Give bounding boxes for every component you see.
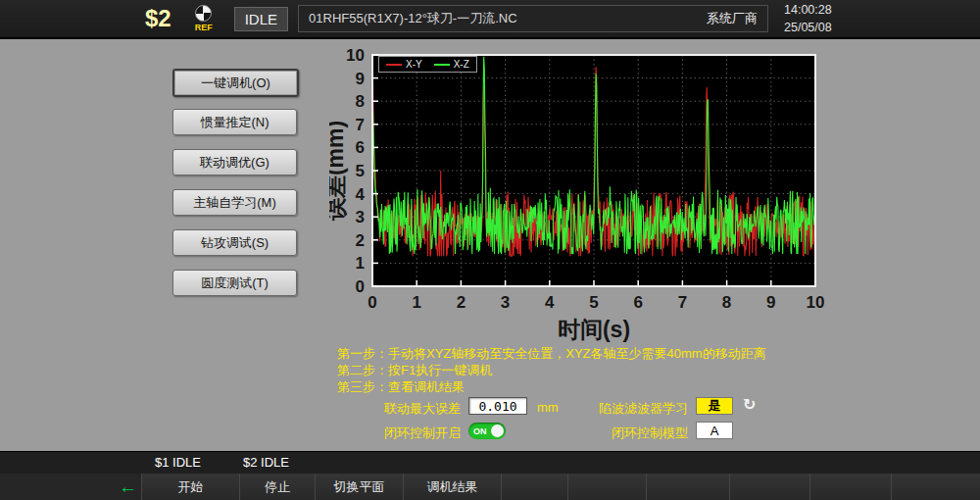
sidebar-button-6[interactable]: 圆度测试(T) — [172, 270, 297, 296]
green-arrow-icon: ← — [119, 477, 137, 496]
svg-text:7: 7 — [356, 116, 365, 134]
toggle-on-label: ON — [473, 426, 487, 436]
closed-loop-enable-label: 闭环控制开启 — [337, 425, 461, 442]
svg-text:0: 0 — [356, 277, 365, 296]
tuning-chart: 012345678910012345678910时间(s)误差(mm) X-YX… — [329, 47, 839, 343]
fkey-2[interactable]: 停止 — [240, 474, 316, 500]
svg-text:8: 8 — [356, 92, 365, 111]
fkey-8 — [730, 474, 810, 500]
svg-text:4: 4 — [356, 185, 366, 204]
program-name: 01RHF55(R1X7)-12°球刀-一刀流.NC — [309, 10, 517, 27]
status-bar: $1 IDLE $2 IDLE — [0, 451, 980, 474]
instruction-step: 第一步：手动将XYZ轴移动至安全位置，XYZ各轴至少需要40mm的移动距离 — [337, 345, 766, 362]
notch-filter-value[interactable]: 是 — [696, 397, 733, 415]
sidebar-button-2[interactable]: 惯量推定(N) — [172, 109, 297, 135]
svg-text:10: 10 — [346, 47, 365, 65]
instruction-step: 第二步：按F1执行一键调机 — [337, 362, 766, 378]
instruction-step: 第三步：查看调机结果 — [337, 378, 766, 395]
svg-text:3: 3 — [501, 293, 510, 312]
svg-text:误差(mm): 误差(mm) — [329, 121, 348, 222]
svg-text:5: 5 — [589, 293, 598, 312]
fkey-10 — [892, 474, 980, 500]
clock: 14:00:28 25/05/08 — [768, 1, 980, 36]
instruction-steps: 第一步：手动将XYZ轴移动至安全位置，XYZ各轴至少需要40mm的移动距离第二步… — [337, 345, 766, 395]
fkey-arrow-cell: ← — [0, 474, 142, 500]
sidebar-button-5[interactable]: 钻攻调试(S) — [172, 229, 297, 256]
channel-indicator: $2 — [145, 5, 172, 32]
svg-text:8: 8 — [722, 293, 731, 312]
svg-text:2: 2 — [457, 293, 466, 312]
svg-text:10: 10 — [807, 293, 825, 312]
closed-loop-model-label: 闭环控制模型 — [561, 425, 688, 442]
topbar: $2 REF IDLE 01RHF55(R1X7)-12°球刀-一刀流.NC 系… — [0, 0, 980, 39]
vendor-label: 系统厂商 — [707, 10, 758, 27]
sidebar-menu: 一键调机(O)惯量推定(N)联动调优(G)主轴自学习(M)钻攻调试(S)圆度测试… — [0, 39, 314, 451]
mode-badge: IDLE — [234, 7, 288, 31]
toggle-knob — [491, 425, 504, 437]
svg-text:6: 6 — [356, 138, 365, 157]
fkey-4[interactable]: 调机结果 — [404, 474, 502, 500]
fkey-5 — [502, 474, 568, 500]
chart-legend: X-YX-Z — [378, 56, 477, 73]
svg-text:0: 0 — [368, 293, 376, 312]
svg-text:4: 4 — [545, 293, 555, 312]
program-title-bar: 01RHF55(R1X7)-12°球刀-一刀流.NC 系统厂商 — [298, 5, 768, 32]
main-area: 一键调机(O)惯量推定(N)联动调优(G)主轴自学习(M)钻攻调试(S)圆度测试… — [0, 39, 980, 451]
svg-text:5: 5 — [356, 162, 365, 180]
cycle-icon[interactable]: ↻ — [743, 395, 756, 414]
max-error-unit: mm — [537, 400, 559, 415]
fkey-9 — [810, 474, 892, 500]
legend-item: X-Z — [434, 59, 469, 70]
sidebar-button-4[interactable]: 主轴自学习(M) — [172, 189, 297, 216]
svg-text:6: 6 — [633, 293, 642, 312]
content-panel: 012345678910012345678910时间(s)误差(mm) X-YX… — [314, 39, 980, 451]
svg-text:2: 2 — [356, 231, 365, 250]
fkey-3[interactable]: 切换平面 — [316, 474, 404, 500]
channel2-status: $2 IDLE — [243, 455, 289, 470]
svg-text:7: 7 — [678, 293, 687, 312]
fkeys: ← 开始停止切换平面调机结果 — [0, 474, 980, 500]
svg-text:9: 9 — [356, 70, 365, 88]
fkey-1[interactable]: 开始 — [142, 474, 240, 500]
clock-time: 14:00:28 — [784, 1, 980, 19]
closed-loop-enable-toggle[interactable]: ON — [468, 423, 506, 439]
ref-indicator: REF — [187, 5, 220, 32]
chart-svg: 012345678910012345678910时间(s)误差(mm) — [329, 47, 839, 343]
channel1-status: $1 IDLE — [155, 455, 201, 470]
sidebar-button-3[interactable]: 联动调优(G) — [172, 149, 297, 175]
legend-item: X-Y — [386, 59, 422, 70]
max-error-input[interactable] — [468, 397, 527, 415]
svg-text:9: 9 — [766, 293, 775, 312]
notch-filter-label: 陷波滤波器学习 — [561, 400, 688, 418]
max-error-label: 联动最大误差 — [337, 400, 461, 418]
svg-text:1: 1 — [356, 254, 365, 273]
ref-icon — [195, 5, 212, 22]
ref-label: REF — [187, 23, 220, 32]
sidebar-button-1[interactable]: 一键调机(O) — [172, 69, 299, 97]
svg-text:1: 1 — [412, 293, 420, 312]
fkey-6 — [568, 474, 647, 500]
clock-date: 25/05/08 — [784, 19, 980, 36]
cnc-screen: $2 REF IDLE 01RHF55(R1X7)-12°球刀-一刀流.NC 系… — [0, 0, 980, 500]
fkey-7 — [647, 474, 730, 500]
closed-loop-model-value[interactable]: A — [696, 422, 733, 439]
svg-text:3: 3 — [356, 208, 365, 226]
svg-text:时间(s): 时间(s) — [558, 317, 630, 342]
